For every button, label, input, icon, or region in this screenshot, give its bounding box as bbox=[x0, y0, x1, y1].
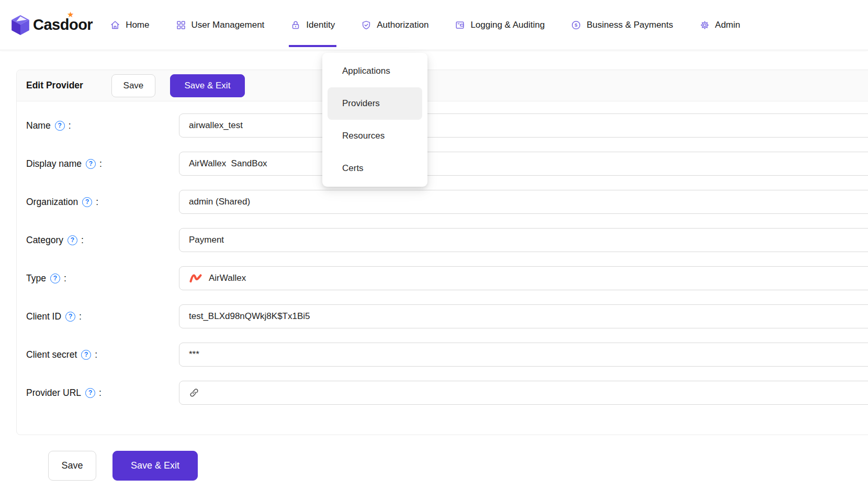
field-value: AirWallex SandBox bbox=[189, 158, 267, 169]
menu-item-resources[interactable]: Resources bbox=[322, 120, 427, 152]
label-text: Category bbox=[26, 235, 63, 246]
client-id-input[interactable]: test_BLXd98nQWkj8K$Tx1Bi5 bbox=[179, 304, 868, 328]
label-colon: : bbox=[69, 120, 71, 131]
label-colon: : bbox=[79, 311, 82, 322]
nav-label: Identity bbox=[306, 20, 335, 30]
casdoor-cube-icon bbox=[11, 15, 30, 36]
help-icon[interactable] bbox=[50, 274, 60, 283]
organization-select[interactable]: admin (Shared) bbox=[179, 190, 868, 214]
dollar-circle-icon: $ bbox=[571, 20, 581, 30]
help-icon[interactable] bbox=[81, 350, 91, 360]
menu-item-label: Certs bbox=[342, 163, 364, 174]
field-label: Display name : bbox=[26, 158, 179, 169]
card-header: Edit Provider Save Save & Exit bbox=[17, 70, 868, 101]
nav-item-admin[interactable]: Admin bbox=[686, 0, 753, 50]
label-text: Display name bbox=[26, 158, 82, 169]
label-colon: : bbox=[96, 197, 98, 208]
nav-item-user-management[interactable]: User Management bbox=[163, 0, 278, 50]
star-icon: ★ bbox=[67, 10, 74, 19]
top-navbar: Casdoor ★ Home User Managem bbox=[0, 0, 868, 50]
nav-label: Authorization bbox=[377, 20, 429, 30]
form-row-category: Category : Payment bbox=[26, 228, 868, 252]
edit-provider-card: Edit Provider Save Save & Exit Name : ai… bbox=[16, 70, 868, 435]
form-row-display-name: Display name : AirWallex SandBox bbox=[26, 152, 868, 176]
brand-name: Casdoor bbox=[33, 16, 93, 33]
gear-icon bbox=[700, 20, 710, 30]
nav-item-identity[interactable]: Identity bbox=[277, 0, 348, 50]
field-value: *** bbox=[189, 349, 199, 360]
field-label: Organization : bbox=[26, 197, 179, 208]
help-icon[interactable] bbox=[85, 388, 95, 398]
category-select[interactable]: Payment bbox=[179, 228, 868, 252]
menu-item-label: Resources bbox=[342, 131, 385, 141]
svg-text:$: $ bbox=[575, 22, 578, 28]
form-row-organization: Organization : admin (Shared) bbox=[26, 190, 868, 214]
nav-item-authorization[interactable]: Authorization bbox=[348, 0, 442, 50]
label-text: Type bbox=[26, 273, 46, 284]
nav-label: User Management bbox=[191, 20, 265, 30]
menu-item-certs[interactable]: Certs bbox=[322, 152, 427, 185]
menu-item-label: Applications bbox=[342, 66, 390, 76]
form-row-client-id: Client ID : test_BLXd98nQWkj8K$Tx1Bi5 bbox=[26, 304, 868, 328]
identity-dropdown-menu: Applications Providers Resources Certs bbox=[322, 53, 427, 187]
form-row-type: Type : AirWallex bbox=[26, 266, 868, 290]
nav-label: Home bbox=[126, 20, 149, 30]
field-label: Category : bbox=[26, 235, 179, 246]
form-row-provider-url: Provider URL : bbox=[26, 381, 868, 405]
nav-item-logging-auditing[interactable]: Logging & Auditing bbox=[442, 0, 558, 50]
save-exit-button[interactable]: Save & Exit bbox=[170, 74, 245, 97]
label-text: Organization bbox=[26, 197, 78, 208]
field-label: Client secret : bbox=[26, 349, 179, 360]
display-name-input[interactable]: AirWallex SandBox bbox=[179, 152, 868, 176]
field-value: Payment bbox=[189, 235, 224, 245]
main-nav: Home User Management bbox=[97, 0, 753, 50]
footer-save-exit-button[interactable]: Save & Exit bbox=[112, 451, 198, 481]
provider-url-input[interactable] bbox=[179, 381, 868, 405]
airwallex-logo-icon bbox=[189, 272, 202, 284]
help-icon[interactable] bbox=[67, 235, 77, 245]
type-select[interactable]: AirWallex bbox=[179, 266, 868, 290]
nav-label: Logging & Auditing bbox=[470, 20, 545, 30]
label-colon: : bbox=[81, 235, 84, 246]
nav-item-home[interactable]: Home bbox=[97, 0, 162, 50]
label-colon: : bbox=[64, 273, 66, 284]
home-icon bbox=[110, 20, 120, 30]
field-label: Provider URL : bbox=[26, 388, 179, 398]
field-value: test_BLXd98nQWkj8K$Tx1Bi5 bbox=[189, 311, 310, 322]
label-colon: : bbox=[99, 158, 102, 169]
appstore-grid-icon bbox=[176, 20, 186, 30]
audit-wallet-icon bbox=[455, 20, 465, 30]
label-text: Client ID bbox=[26, 311, 61, 322]
field-label: Name : bbox=[26, 120, 179, 131]
field-value: airwallex_test bbox=[189, 120, 243, 131]
save-button[interactable]: Save bbox=[111, 74, 155, 97]
name-input[interactable]: airwallex_test bbox=[179, 113, 868, 138]
help-icon[interactable] bbox=[82, 197, 92, 207]
label-text: Provider URL bbox=[26, 388, 81, 398]
help-icon[interactable] bbox=[65, 312, 75, 322]
field-value: admin (Shared) bbox=[189, 197, 250, 207]
form-row-client-secret: Client secret : *** bbox=[26, 343, 868, 367]
menu-item-providers[interactable]: Providers bbox=[328, 87, 422, 120]
label-colon: : bbox=[95, 349, 97, 360]
nav-label: Admin bbox=[715, 20, 740, 30]
link-icon bbox=[189, 388, 199, 398]
nav-label: Business & Payments bbox=[587, 20, 673, 30]
label-text: Name bbox=[26, 120, 51, 131]
menu-item-applications[interactable]: Applications bbox=[322, 55, 427, 87]
help-icon[interactable] bbox=[86, 159, 96, 169]
menu-item-label: Providers bbox=[342, 98, 380, 109]
client-secret-input[interactable]: *** bbox=[179, 343, 868, 367]
lock-icon bbox=[290, 20, 301, 30]
field-label: Type : bbox=[26, 273, 179, 284]
footer-save-button[interactable]: Save bbox=[48, 451, 96, 481]
casdoor-logo[interactable]: Casdoor ★ bbox=[11, 15, 93, 36]
form-row-name: Name : airwallex_test bbox=[26, 113, 868, 138]
label-colon: : bbox=[99, 388, 102, 398]
help-icon[interactable] bbox=[55, 121, 65, 131]
shield-check-icon bbox=[361, 20, 371, 30]
page-title: Edit Provider bbox=[26, 80, 83, 91]
field-label: Client ID : bbox=[26, 311, 179, 322]
nav-item-business-payments[interactable]: $ Business & Payments bbox=[558, 0, 686, 50]
field-value: AirWallex bbox=[209, 273, 246, 283]
